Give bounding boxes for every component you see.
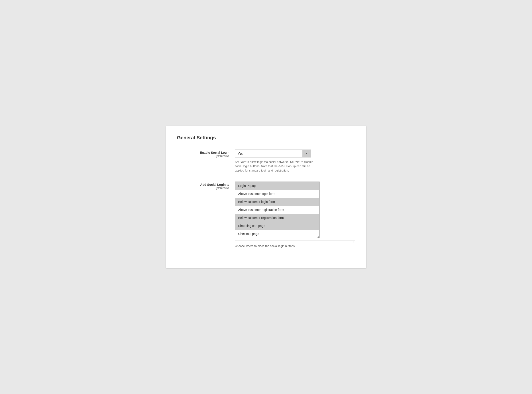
page-title: General Settings (177, 135, 355, 141)
chevron-down-icon (305, 153, 308, 154)
list-item[interactable]: Above customer registration form (235, 206, 319, 214)
add-social-login-to-help: Choose where to place the social login b… (235, 244, 320, 248)
list-item[interactable]: Checkout page (235, 230, 319, 238)
list-item[interactable]: Login Popup (235, 182, 319, 190)
list-item[interactable]: Above customer login form (235, 190, 319, 198)
enable-social-login-title: Enable Social Login (177, 151, 230, 154)
add-social-login-to-sublabel: [store view] (177, 187, 230, 190)
list-item[interactable]: Below customer registration form (235, 214, 319, 222)
add-social-login-to-row: Add Social Login to [store view] Login P… (177, 181, 355, 248)
enable-social-login-value: Yes (235, 150, 302, 157)
list-item[interactable]: Below customer login form (235, 198, 319, 206)
add-social-login-to-title: Add Social Login to (177, 183, 230, 187)
list-item[interactable]: Shopping cart page (235, 222, 319, 230)
resize-dots-icon: ⠿ (353, 241, 354, 243)
settings-card: General Settings Enable Social Login [st… (166, 126, 366, 268)
enable-social-login-sublabel: [store view] (177, 154, 230, 157)
enable-social-login-row: Enable Social Login [store view] Yes Set… (177, 150, 355, 173)
add-social-login-to-multiselect[interactable]: Login PopupAbove customer login formBelo… (235, 181, 320, 238)
enable-social-login-help: Set 'Yes' to allow login via social netw… (235, 160, 320, 173)
enable-social-login-label: Enable Social Login [store view] (177, 150, 235, 157)
add-social-login-to-label: Add Social Login to [store view] (177, 181, 235, 190)
enable-social-login-select[interactable]: Yes (235, 150, 311, 157)
enable-social-login-dropdown-arrow[interactable] (302, 150, 311, 157)
enable-social-login-control: Yes Set 'Yes' to allow login via social … (235, 150, 355, 173)
add-social-login-to-control: Login PopupAbove customer login formBelo… (235, 181, 355, 248)
resize-handle[interactable]: ⠿ (235, 240, 355, 244)
